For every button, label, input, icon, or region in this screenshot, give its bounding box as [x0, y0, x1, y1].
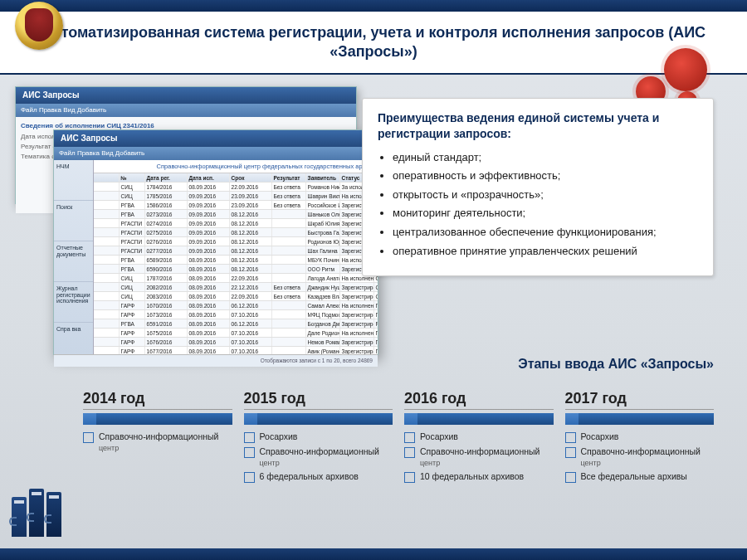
table-row: ГАРФ1673/201608.09.201607.10.2016МФЦ Под… [94, 310, 378, 319]
cell: РГАСПИ [120, 246, 145, 255]
cell: На исполнении [340, 301, 374, 309]
year-item-label: Росархив [420, 431, 458, 442]
table-row: ГАРФ1676/201608.09.201607.10.2016Немов Р… [94, 338, 378, 347]
cell: РГВА [374, 319, 378, 328]
cell [94, 274, 120, 282]
cell: 08.12.2016 [230, 210, 272, 218]
cell: МБУК Починковский [306, 256, 340, 264]
year-item-label: Справочно-информационный центр [99, 431, 232, 453]
cell [94, 201, 120, 209]
cell: Немов Романова Елена [306, 338, 340, 346]
cell: 08.09.2016 [188, 256, 230, 264]
cell: Быстрова Галина Нико [306, 228, 340, 236]
sidebar-item: НЧМ [54, 160, 93, 201]
cell: СИЦ [120, 283, 145, 291]
cell: 1787/2016 [145, 274, 188, 282]
checkbox-icon [565, 432, 576, 443]
year-item: Справочно-информационный центр [404, 446, 554, 468]
year-item-label: Справочно-информационный центр [581, 446, 715, 468]
advantages-title: Преимущества ведения единой системы учет… [378, 110, 698, 142]
grid-header-row: №Дата рег.Дата исп.СрокРезультатЗаявител… [94, 173, 378, 183]
cell [94, 319, 120, 328]
checkbox-icon [244, 472, 255, 483]
table-row: СИЦ1787/201608.09.201622.09.2016Лагода А… [94, 274, 378, 283]
sidebar-item: Отчетные документы [54, 241, 93, 282]
cell: На исполнении [340, 329, 374, 337]
cell: Российское Историко [306, 201, 340, 209]
year-item: 10 федеральных архивов [404, 471, 554, 483]
cell: 0273/2016 [145, 210, 188, 218]
cell: 09.09.2016 [188, 228, 230, 236]
cell: 22.12.2016 [230, 283, 272, 291]
bottom-strip [0, 548, 747, 560]
cell: 07.10.2016 [230, 310, 272, 319]
cell: 08.09.2016 [188, 283, 230, 291]
cell: РГАСПИ [120, 219, 145, 227]
year-column: 2015 годРосархивСправочно-информационный… [244, 390, 393, 531]
app-window-front: АИС Запросы Файл Правка Вид Добавить НЧМ… [53, 129, 378, 355]
cell: 09.09.2016 [188, 246, 230, 255]
cell: 1677/2016 [145, 347, 188, 354]
cell: Самал Александр [306, 301, 340, 309]
cell: Без ответа [272, 183, 306, 191]
cell: 08.09.2016 [188, 347, 230, 354]
year-bar [83, 413, 232, 425]
cell: ГАРФ [374, 301, 378, 309]
emblem-icon [15, 2, 63, 50]
cell: 08.12.2016 [230, 256, 272, 264]
cell: РГАСПИ [120, 228, 145, 236]
advantages-list: единый стандарт;оперативность и эффектив… [378, 150, 698, 258]
cell [94, 292, 120, 300]
cell: 6590/2016 [145, 265, 188, 273]
cell: 0276/2016 [145, 237, 188, 246]
cell: РГВА [120, 210, 145, 218]
cell [272, 310, 306, 319]
year-item-label: Росархив [260, 431, 298, 442]
cell [94, 283, 120, 291]
cell [272, 246, 306, 255]
cell [272, 319, 306, 328]
cell: 22.09.2016 [230, 274, 272, 282]
table-row: СИЦ2082/201608.09.201622.12.2016Без отве… [94, 283, 378, 292]
stages-title: Этапы ввода АИС «Запросы» [518, 357, 714, 372]
advantages-item: единый стандарт; [393, 150, 698, 165]
cell: 09.09.2016 [188, 237, 230, 246]
cell [272, 338, 306, 346]
cell: 06.12.2016 [230, 319, 272, 328]
year-bar [244, 413, 393, 425]
cell: 22.09.2016 [230, 183, 272, 191]
cell: Джандик Нуштай Кар [306, 283, 340, 291]
year-bar [565, 413, 715, 425]
data-grid: Справочно-информационный центр федеральн… [94, 160, 378, 354]
cell: Родионов Юрий Никол [306, 237, 340, 246]
year-item: Справочно-информационный центр [244, 446, 393, 468]
cell [94, 237, 120, 246]
table-row: РГВА1586/201609.09.201623.09.2016Без отв… [94, 201, 378, 210]
cell [94, 310, 120, 319]
binder-icon [46, 492, 61, 537]
cell [94, 219, 120, 227]
cell: 08.09.2016 [188, 265, 230, 273]
cell: 09.09.2016 [188, 210, 230, 218]
cell: Без ответа [272, 283, 306, 291]
cell: ГАРФ [374, 310, 378, 319]
year-heading: 2014 год [83, 390, 232, 410]
cell: 08.09.2016 [188, 310, 230, 319]
cell: ГАРФ [120, 301, 145, 309]
gear-icon [664, 48, 707, 91]
year-heading: 2016 год [404, 390, 554, 410]
cell: РГВА [120, 319, 145, 328]
cell: СИЦ [120, 274, 145, 282]
cell [94, 228, 120, 236]
cell: Зарегистрирован [340, 310, 374, 319]
cell: 08.09.2016 [188, 301, 230, 309]
cell: СИЦ [120, 183, 145, 191]
binder-icon [29, 489, 44, 537]
year-item-label: Справочно-информационный центр [260, 446, 393, 468]
year-item-label: 10 федеральных архивов [420, 471, 524, 482]
cell: 2082/2016 [145, 283, 188, 291]
checkbox-icon [83, 432, 94, 443]
cell: Зарегистрирован [340, 292, 374, 300]
cell: Лагода Анатолий [306, 274, 340, 282]
year-item-label: Справочно-информационный центр [420, 446, 554, 468]
